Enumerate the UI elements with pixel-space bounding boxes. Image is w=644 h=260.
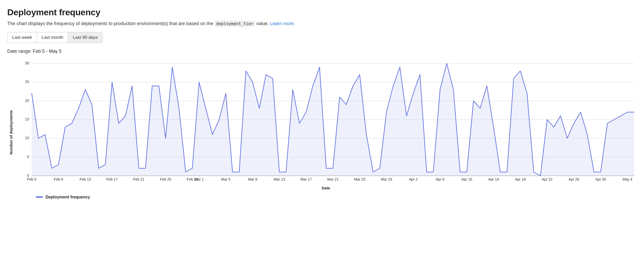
svg-text:Apr 2: Apr 2 <box>409 177 418 181</box>
subtitle-text-before: The chart displays the frequency of depl… <box>7 21 214 26</box>
deployment-frequency-chart: 051015202530Feb 5Feb 9Feb 13Feb 17Feb 21… <box>15 61 637 184</box>
y-axis-label: Number of deployments <box>9 110 13 155</box>
svg-text:Feb 17: Feb 17 <box>106 177 118 181</box>
date-range-label: Date range: Feb 5 - May 5 <box>7 49 637 54</box>
svg-text:25: 25 <box>25 80 29 84</box>
svg-text:Apr 18: Apr 18 <box>515 177 526 181</box>
svg-text:Apr 6: Apr 6 <box>436 177 444 181</box>
page-title: Deployment frequency <box>7 7 637 17</box>
svg-text:Apr 10: Apr 10 <box>461 177 472 181</box>
code-token-deployment-tier: deployment_tier <box>214 21 255 27</box>
svg-text:10: 10 <box>25 136 29 140</box>
svg-text:Mar 1: Mar 1 <box>194 177 204 181</box>
subtitle-text-after: value. <box>256 21 270 26</box>
page-subtitle: The chart displays the frequency of depl… <box>7 21 637 26</box>
range-button-last-week[interactable]: Last week <box>8 32 37 43</box>
svg-text:Mar 17: Mar 17 <box>301 177 312 181</box>
svg-text:20: 20 <box>25 99 29 103</box>
svg-text:Apr 22: Apr 22 <box>542 177 553 181</box>
svg-text:Apr 30: Apr 30 <box>595 177 606 181</box>
legend-label: Deployment frequency <box>46 195 90 199</box>
svg-text:Feb 5: Feb 5 <box>27 177 36 181</box>
chart-legend: Deployment frequency <box>36 195 637 199</box>
svg-text:Mar 25: Mar 25 <box>354 177 365 181</box>
svg-text:Feb 9: Feb 9 <box>54 177 63 181</box>
svg-text:Feb 25: Feb 25 <box>160 177 171 181</box>
svg-text:May 4: May 4 <box>623 177 633 181</box>
svg-text:Feb 13: Feb 13 <box>80 177 91 181</box>
svg-text:5: 5 <box>27 155 29 159</box>
time-range-segmented-control: Last weekLast monthLast 90 days <box>7 32 103 43</box>
svg-text:Mar 29: Mar 29 <box>381 177 392 181</box>
x-axis-label: Date <box>15 186 637 190</box>
chart-area: Number of deployments 051015202530Feb 5F… <box>15 61 637 199</box>
svg-text:Mar 9: Mar 9 <box>248 177 257 181</box>
svg-text:15: 15 <box>25 117 29 121</box>
svg-text:Mar 5: Mar 5 <box>221 177 230 181</box>
svg-text:Apr 14: Apr 14 <box>488 177 499 181</box>
range-button-last-90-days[interactable]: Last 90 days <box>68 32 102 43</box>
svg-text:Mar 21: Mar 21 <box>327 177 339 181</box>
learn-more-link[interactable]: Learn more. <box>270 21 295 26</box>
svg-text:0: 0 <box>27 173 29 177</box>
svg-text:30: 30 <box>25 61 29 65</box>
svg-text:Apr 26: Apr 26 <box>568 177 579 181</box>
range-button-last-month[interactable]: Last month <box>37 32 68 43</box>
svg-text:Mar 13: Mar 13 <box>274 177 285 181</box>
legend-swatch-icon <box>36 196 43 198</box>
svg-text:Feb 21: Feb 21 <box>133 177 145 181</box>
